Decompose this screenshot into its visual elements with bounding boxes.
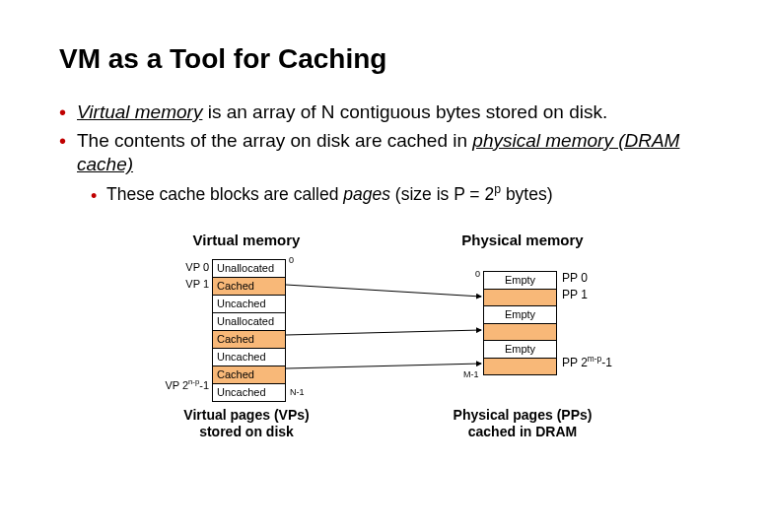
- vm-row-2: Uncached: [213, 295, 286, 312]
- pplast-sup: m-p: [588, 354, 601, 364]
- vm-n1: N-1: [290, 387, 305, 397]
- sub1-pre: These cache blocks are called: [106, 184, 343, 204]
- vm-table: Unallocated Cached Uncached Unallocated …: [212, 259, 286, 402]
- sub1-sup: p: [494, 182, 501, 196]
- vm-caption: Virtual pages (VPs) stored on disk: [168, 407, 325, 440]
- vplast-sup: n-p: [188, 377, 199, 386]
- pm-row-0: Empty: [484, 271, 557, 289]
- vplast-b: -1: [199, 379, 209, 391]
- svg-line-1: [286, 330, 481, 335]
- vm-heading: Virtual memory: [177, 232, 315, 248]
- pp0-label: PP 0: [562, 271, 621, 285]
- sub1-term: pages: [343, 184, 390, 204]
- mapping-arrows: [59, 232, 710, 458]
- vm-row-5: Uncached: [213, 348, 286, 366]
- bullet-1-rest: is an array of N contiguous bytes stored…: [202, 101, 607, 122]
- pm-row-5: [484, 358, 557, 374]
- pplast-label: PP 2m-p-1: [562, 356, 621, 369]
- pm-m1: M-1: [463, 369, 479, 379]
- vm-caption-l1: Virtual pages (VPs): [183, 407, 309, 423]
- pplast-b: -1: [601, 356, 612, 369]
- bullet-2: The contents of the array on disk are ca…: [59, 129, 710, 206]
- vp1-label: VP 1: [168, 278, 209, 290]
- vm-row-3: Unallocated: [213, 312, 286, 330]
- vm-row-4: Cached: [213, 330, 286, 348]
- diagram: Virtual memory Physical memory VP 0 VP 1…: [59, 232, 710, 458]
- pm-row-3: [484, 323, 557, 340]
- slide-title: VM as a Tool for Caching: [59, 43, 710, 75]
- vm-caption-l2: stored on disk: [199, 424, 294, 439]
- sub1-end: bytes): [501, 184, 553, 204]
- svg-line-0: [286, 285, 481, 297]
- sub-bullet-1: These cache blocks are called pages (siz…: [77, 183, 710, 206]
- vm-zero: 0: [289, 255, 294, 265]
- pm-table: Empty Empty Empty: [483, 271, 557, 375]
- pm-caption-l2: cached in DRAM: [468, 424, 577, 439]
- bullet-1-term: Virtual memory: [77, 101, 202, 122]
- svg-line-2: [286, 364, 481, 368]
- pm-caption-l1: Physical pages (PPs): [454, 407, 593, 423]
- pplast-a: PP 2: [562, 356, 588, 369]
- bullet-1: Virtual memory is an array of N contiguo…: [59, 100, 710, 125]
- pm-row-4: Empty: [484, 340, 557, 358]
- vm-row-7: Uncached: [213, 383, 286, 401]
- slide-container: VM as a Tool for Caching Virtual memory …: [0, 0, 769, 458]
- bullet-list: Virtual memory is an array of N contiguo…: [59, 100, 710, 206]
- pm-row-2: Empty: [484, 305, 557, 323]
- vplast-label: VP 2n-p-1: [158, 379, 209, 391]
- pm-caption: Physical pages (PPs) cached in DRAM: [444, 407, 601, 440]
- vp0-label: VP 0: [168, 261, 209, 273]
- pm-row-1: [484, 289, 557, 305]
- vm-row-1: Cached: [213, 277, 286, 295]
- pp1-label: PP 1: [562, 288, 621, 301]
- sub-bullet-list: These cache blocks are called pages (siz…: [77, 183, 710, 206]
- vm-row-6: Cached: [213, 366, 286, 383]
- bullet-2-pre: The contents of the array on disk are ca…: [77, 130, 472, 151]
- pm-heading: Physical memory: [454, 232, 592, 248]
- vm-row-0: Unallocated: [213, 259, 286, 277]
- sub1-post: (size is P = 2: [390, 184, 494, 204]
- pm-zero: 0: [475, 269, 480, 279]
- vplast-a: VP 2: [165, 379, 188, 391]
